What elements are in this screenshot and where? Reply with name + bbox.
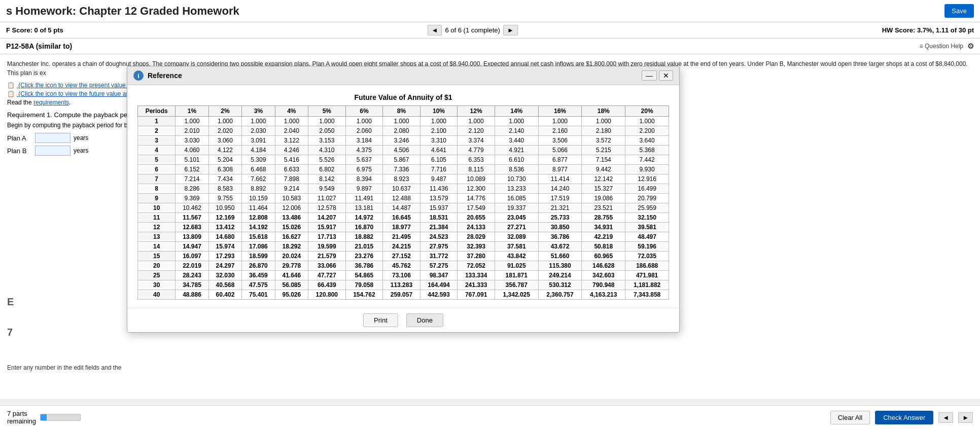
table-value-cell: 8.923 [383, 174, 421, 184]
settings-icon[interactable]: ⚙ [967, 42, 974, 51]
reference-icon: i [133, 70, 144, 81]
table-value-cell: 11.567 [176, 213, 208, 223]
score-bar: F Score: 0 of 5 pts ◄ 6 of 6 (1 complete… [0, 22, 980, 39]
table-period-cell: 30 [138, 280, 176, 290]
plan-b-input[interactable] [35, 146, 71, 156]
done-button[interactable]: Done [406, 313, 443, 327]
table-value-cell: 8.583 [208, 184, 241, 194]
modal-body: Future Value of Annuity of $1 Periods1%2… [127, 85, 679, 308]
table-value-cell: 6.975 [345, 165, 383, 174]
nav-prev-button[interactable]: ◄ [428, 25, 442, 35]
question-help-button[interactable]: ≡ Question Help [920, 43, 963, 50]
print-button[interactable]: Print [363, 313, 398, 327]
table-col-16%: 16% [538, 106, 582, 117]
table-value-cell: 146.628 [582, 261, 625, 271]
table-value-cell: 43.842 [495, 252, 538, 261]
table-value-cell: 18.599 [242, 252, 275, 261]
requirements-link[interactable]: requirements [33, 99, 69, 106]
table-row: 1516.09717.29318.59920.02421.57923.27627… [138, 252, 669, 261]
plan-b-label: Plan B [7, 147, 35, 155]
table-value-cell: 36.459 [242, 271, 275, 280]
table-row: 66.1526.3086.4686.6336.8026.9757.3367.71… [138, 165, 669, 174]
table-value-cell: 9.442 [582, 165, 625, 174]
table-row: 2022.01924.29726.87029.77833.06636.78645… [138, 261, 669, 271]
table-value-cell: 1.000 [538, 117, 582, 126]
table-value-cell: 33.066 [308, 261, 346, 271]
modal-close-button[interactable]: ✕ [659, 70, 673, 81]
table-value-cell: 13.181 [345, 203, 383, 213]
table-value-cell: 164.494 [420, 280, 458, 290]
table-value-cell: 18.531 [420, 213, 458, 223]
table-value-cell: 15.917 [308, 223, 346, 232]
modal-footer: Print Done [127, 308, 679, 332]
table-value-cell: 41.646 [275, 271, 308, 280]
table-value-cell: 34.785 [176, 280, 208, 290]
fv-icon: 📋 [7, 90, 15, 97]
table-value-cell: 8.536 [495, 165, 538, 174]
table-value-cell: 12.578 [308, 203, 346, 213]
table-value-cell: 6.353 [458, 155, 495, 165]
table-value-cell: 3.030 [176, 136, 208, 146]
page-title: s Homework: Chapter 12 Graded Homework [6, 5, 239, 18]
table-value-cell: 5.867 [383, 155, 421, 165]
plan-a-input[interactable] [35, 133, 71, 143]
table-value-cell: 12.808 [242, 213, 275, 223]
nav-next-button[interactable]: ► [503, 25, 518, 35]
table-value-cell: 10.159 [242, 194, 275, 203]
table-value-cell: 4.641 [420, 146, 458, 155]
table-value-cell: 2.030 [242, 126, 275, 136]
table-value-cell: 34.931 [582, 223, 625, 232]
table-value-cell: 14.207 [308, 213, 346, 223]
nav-label: 6 of 6 (1 complete) [445, 26, 500, 34]
table-value-cell: 21.384 [420, 223, 458, 232]
table-value-cell: 50.818 [582, 242, 625, 252]
pv-link-text: (Click the icon to view the present valu… [18, 82, 130, 89]
table-period-cell: 1 [138, 117, 176, 126]
table-value-cell: 25.959 [625, 203, 669, 213]
table-value-cell: 22.019 [176, 261, 208, 271]
table-value-cell: 9.487 [420, 174, 458, 184]
table-value-cell: 12.488 [383, 194, 421, 203]
table-value-cell: 47.575 [242, 280, 275, 290]
table-row: 22.0102.0202.0302.0402.0502.0602.0802.10… [138, 126, 669, 136]
table-col-20%: 20% [625, 106, 669, 117]
table-value-cell: 12.169 [208, 213, 241, 223]
table-period-cell: 3 [138, 136, 176, 146]
table-value-cell: 10.583 [275, 194, 308, 203]
table-value-cell: 39.581 [625, 223, 669, 232]
table-row: 77.2147.4347.6627.8988.1428.3948.9239.48… [138, 174, 669, 184]
table-value-cell: 9.549 [308, 184, 346, 194]
table-value-cell: 4.375 [345, 146, 383, 155]
table-value-cell: 28.755 [582, 213, 625, 223]
table-value-cell: 113.283 [383, 280, 421, 290]
table-value-cell: 4.506 [383, 146, 421, 155]
table-value-cell: 21.015 [345, 242, 383, 252]
plan-a-unit: years [74, 134, 88, 141]
table-value-cell: 27.152 [383, 252, 421, 261]
table-row: 2528.24332.03036.45941.64647.72754.86573… [138, 271, 669, 280]
table-value-cell: 14.487 [383, 203, 421, 213]
plan-a-label: Plan A [7, 134, 35, 142]
table-value-cell: 7.214 [176, 174, 208, 184]
table-col-12%: 12% [458, 106, 495, 117]
modal-minimize-button[interactable]: — [642, 70, 657, 81]
table-value-cell: 8.115 [458, 165, 495, 174]
table-col-8%: 8% [383, 106, 421, 117]
table-value-cell: 72.052 [458, 261, 495, 271]
table-value-cell: 3.060 [208, 136, 241, 146]
table-value-cell: 6.802 [308, 165, 346, 174]
table-value-cell: 17.519 [538, 194, 582, 203]
pv-icon: 📋 [7, 82, 15, 89]
table-value-cell: 14.240 [538, 184, 582, 194]
score-label: F Score: 0 of 5 pts [6, 26, 63, 34]
table-value-cell: 29.778 [275, 261, 308, 271]
table-row: 88.2868.5838.8929.2149.5499.89710.63711.… [138, 184, 669, 194]
table-col-Periods: Periods [138, 106, 176, 117]
save-button[interactable]: Save [944, 4, 974, 18]
table-value-cell: 7.898 [275, 174, 308, 184]
table-value-cell: 6.468 [242, 165, 275, 174]
table-value-cell: 23.045 [495, 213, 538, 223]
table-value-cell: 73.106 [383, 271, 421, 280]
table-value-cell: 3.374 [458, 136, 495, 146]
table-value-cell: 27.271 [495, 223, 538, 232]
